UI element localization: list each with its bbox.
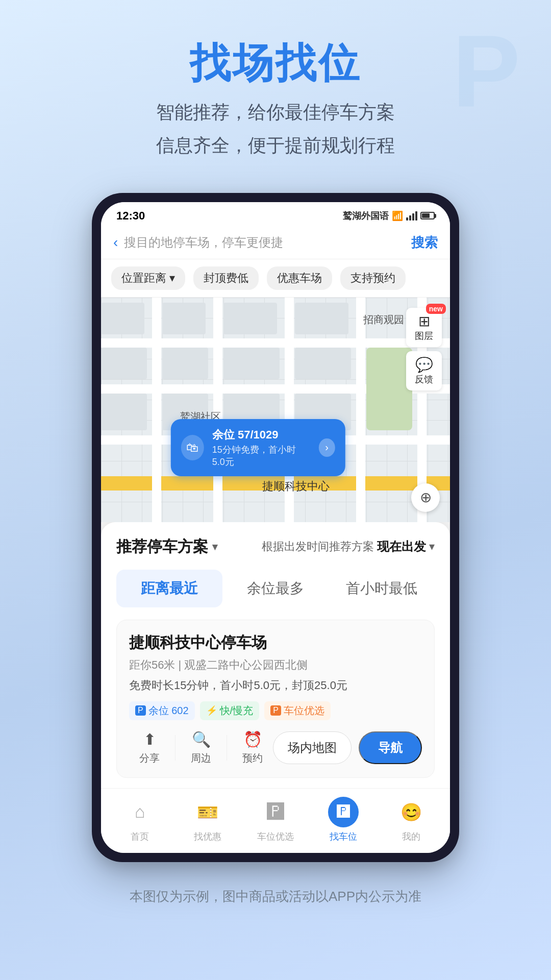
status-right: 鹫湖外国语 📶 (343, 210, 435, 222)
rec-header: 推荐停车方案 ▾ 根据出发时间推荐方案 现在出发 ▾ (116, 536, 435, 557)
search-bar: ‹ 搜目的地停车场，停车更便捷 搜索 (101, 227, 450, 259)
home-icon: ⌂ (135, 802, 145, 822)
rec-time-chevron-icon[interactable]: ▾ (429, 540, 435, 553)
popup-arrow-icon[interactable]: › (318, 438, 335, 457)
popup-desc: 15分钟免费，首小时5.0元 (212, 444, 308, 468)
rec-time-value: 现在出发 (377, 538, 426, 555)
nav-item-find-car[interactable]: 🅿 找车位 (309, 797, 377, 843)
chevron-down-icon: ▾ (169, 272, 175, 285)
profile-icon-wrapper: 😊 (396, 797, 427, 827)
card-address: 距你56米 | 观盛二路中心公园西北侧 (129, 657, 422, 673)
new-badge: new (426, 304, 446, 314)
phone-screen: 12:30 鹫湖外国语 📶 ‹ (101, 202, 450, 853)
sort-tab-lowest-price[interactable]: 首小时最低 (329, 570, 435, 607)
share-button[interactable]: ⬆ 分享 (129, 730, 170, 765)
phone-frame: 12:30 鹫湖外国语 📶 ‹ (92, 193, 459, 862)
nav-item-spot[interactable]: 🅿 车位优选 (242, 797, 310, 843)
rec-title: 推荐停车方案 ▾ (116, 536, 217, 557)
profile-icon: 😊 (400, 802, 422, 822)
spot-icon: 🅿 (267, 802, 284, 822)
nav-label-spot: 车位优选 (257, 830, 294, 843)
popup-parking-icon: 🛍 (181, 435, 204, 460)
filter-tab-reserve[interactable]: 支持预约 (340, 266, 406, 290)
share-icon: ⬆ (143, 730, 156, 748)
action-divider-1 (175, 735, 176, 761)
layers-icon: ⊞ (409, 313, 439, 330)
nav-item-coupon[interactable]: 🎫 找优惠 (174, 797, 242, 843)
parking-card: 捷顺科技中心停车场 距你56米 | 观盛二路中心公园西北侧 免费时长15分钟，首… (116, 620, 435, 778)
nearby-button[interactable]: 🔍 周边 (181, 730, 221, 765)
footer-text: 本图仅为示例，图中商品或活动以APP内公示为准 (0, 872, 551, 931)
card-actions: ⬆ 分享 🔍 周边 ⏰ 预约 (129, 730, 422, 765)
indoor-map-button[interactable]: 场内地图 (273, 731, 352, 764)
reserve-icon: ⏰ (243, 730, 262, 748)
nav-label-profile: 我的 (402, 830, 420, 843)
preferred-p-icon: P (270, 705, 281, 716)
nav-label-coupon: 找优惠 (194, 830, 221, 843)
map-area[interactable]: 鹫湖社区 招商观园 new ⊞ 图层 💬 反馈 🛍 (101, 298, 450, 522)
filter-tab-distance[interactable]: 位置距离 ▾ (111, 266, 185, 290)
tag-charging: ⚡ 快/慢充 (200, 701, 260, 720)
nav-item-profile[interactable]: 😊 我的 (377, 797, 445, 843)
coupon-icon-wrapper: 🎫 (192, 797, 223, 827)
sort-tab-nearest[interactable]: 距离最近 (116, 570, 222, 607)
home-icon-wrapper: ⌂ (124, 797, 155, 827)
nav-label-home: 首页 (131, 830, 149, 843)
status-location: 鹫湖外国语 (343, 210, 389, 222)
charging-icon: ⚡ (206, 705, 217, 716)
feedback-label: 反馈 (415, 374, 433, 384)
sort-tabs: 距离最近 余位最多 首小时最低 (116, 570, 435, 607)
parking-p-icon: P (135, 705, 146, 716)
wifi-icon: 📶 (392, 210, 403, 222)
find-car-icon: 🅿 (337, 804, 350, 820)
filter-tab-discount[interactable]: 优惠车场 (267, 266, 332, 290)
signal-icon (406, 211, 417, 220)
tag-remaining: P 余位 602 (129, 701, 195, 720)
map-tools: new ⊞ 图层 💬 反馈 (406, 308, 442, 390)
navigation-button[interactable]: 导航 (359, 731, 422, 764)
rec-chevron-icon[interactable]: ▾ (212, 541, 217, 553)
filter-tab-price[interactable]: 封顶费低 (193, 266, 259, 290)
nearby-icon: 🔍 (192, 730, 211, 748)
action-divider-2 (227, 735, 227, 761)
status-bar: 12:30 鹫湖外国语 📶 (101, 202, 450, 227)
status-time: 12:30 (116, 209, 145, 223)
phone-mockup-wrapper: 12:30 鹫湖外国语 📶 ‹ (0, 193, 551, 862)
card-name: 捷顺科技中心停车场 (129, 632, 422, 653)
header-section: P 找场找位 智能推荐，给你最佳停车方案 信息齐全，便于提前规划行程 (0, 0, 551, 183)
popup-remaining: 余位 57/1029 (212, 427, 308, 443)
rec-time: 根据出发时间推荐方案 现在出发 ▾ (262, 538, 435, 555)
layers-label: 图层 (415, 331, 433, 341)
bottom-panel: 推荐停车方案 ▾ 根据出发时间推荐方案 现在出发 ▾ 距离最近 余位 (101, 522, 450, 788)
search-button[interactable]: 搜索 (411, 234, 438, 252)
card-price: 免费时长15分钟，首小时5.0元，封顶25.0元 (129, 678, 422, 693)
popup-info: 余位 57/1029 15分钟免费，首小时5.0元 (212, 427, 308, 468)
watermark: P (453, 20, 520, 122)
nav-item-home[interactable]: ⌂ 首页 (106, 797, 174, 843)
battery-icon (420, 212, 435, 219)
tag-preferred: P 车位优选 (264, 701, 331, 720)
coupon-icon: 🎫 (197, 802, 218, 822)
reserve-button[interactable]: ⏰ 预约 (232, 730, 273, 765)
map-label-recruit: 招商观园 (363, 313, 404, 327)
search-placeholder[interactable]: 搜目的地停车场，停车更便捷 (124, 234, 405, 251)
card-tags: P 余位 602 ⚡ 快/慢充 P 车位优选 (129, 701, 422, 720)
parking-popup[interactable]: 🛍 余位 57/1029 15分钟免费，首小时5.0元 › (171, 419, 345, 476)
map-tool-feedback[interactable]: 💬 反馈 (406, 351, 442, 390)
nav-actions: 场内地图 导航 (273, 731, 422, 764)
map-tool-layers[interactable]: new ⊞ 图层 (406, 308, 442, 347)
find-car-icon-wrapper: 🅿 (328, 797, 359, 827)
filter-tabs: 位置距离 ▾ 封顶费低 优惠车场 支持预约 (101, 259, 450, 298)
spot-icon-wrapper: 🅿 (260, 797, 291, 827)
back-arrow-icon[interactable]: ‹ (113, 234, 118, 251)
nav-label-find-car: 找车位 (330, 830, 357, 843)
sort-tab-most-spaces[interactable]: 余位最多 (222, 570, 329, 607)
feedback-icon: 💬 (409, 356, 439, 373)
bottom-nav: ⌂ 首页 🎫 找优惠 🅿 车位优选 (101, 788, 450, 853)
map-label-tech: 捷顺科技中心 (262, 479, 330, 494)
location-button[interactable]: ⊕ (411, 483, 440, 512)
